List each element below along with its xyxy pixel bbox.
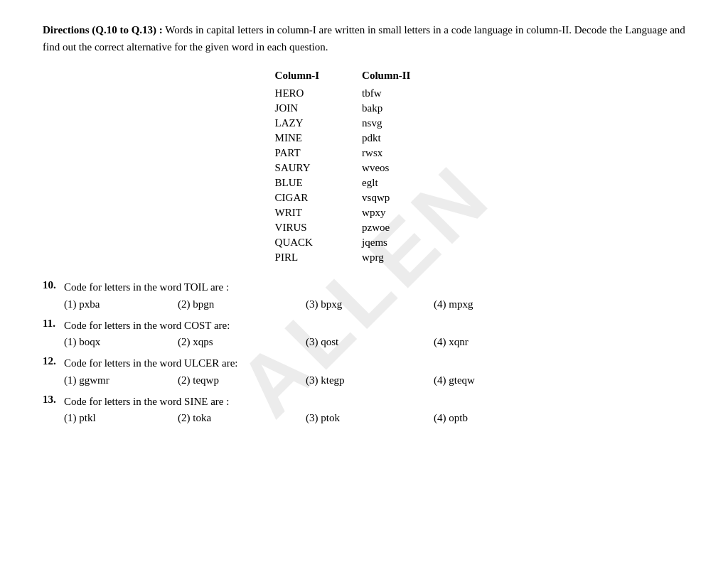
col2-cell: eglt [362,175,453,190]
col1-cell: JOIN [275,101,363,116]
question-block: 13.Code for letters in the word SINE are… [43,394,685,425]
columns-table: Column-I Column-II HEROtbfwJOINbakpLAZYn… [275,68,454,265]
table-row: PIRLwprg [275,250,454,265]
questions-section: 10.Code for letters in the word TOIL are… [43,279,685,424]
question-number: 11. [43,318,64,330]
option-item: (1) ptkl [64,412,178,424]
question-text: Code for letters in the word ULCER are: [64,355,238,372]
col1-cell: BLUE [275,175,363,190]
table-row: HEROtbfw [275,86,454,101]
col2-cell: pdkt [362,131,453,146]
table-row: BLUEeglt [275,175,454,190]
col2-cell: tbfw [362,86,453,101]
option-item: (3) ktegp [306,374,434,386]
col1-cell: QUACK [275,235,363,250]
question-row: 12.Code for letters in the word ULCER ar… [43,355,685,372]
option-item: (2) bpgn [178,298,306,310]
options-row: (1) boqx(2) xqps(3) qost(4) xqnr [64,336,685,348]
option-item: (3) qost [306,336,434,348]
question-text: Code for letters in the word COST are: [64,318,230,334]
options-row: (1) ggwmr(2) teqwp(3) ktegp(4) gteqw [64,374,685,386]
question-row: 11.Code for letters in the word COST are… [43,318,685,334]
question-number: 13. [43,394,64,406]
col2-cell: rwsx [362,146,453,161]
option-item: (3) bpxg [306,298,434,310]
col2-cell: bakp [362,101,453,116]
col1-cell: VIRUS [275,220,363,235]
columns-table-container: Column-I Column-II HEROtbfwJOINbakpLAZYn… [43,68,685,265]
col2-cell: wveos [362,161,453,175]
option-item: (4) gteqw [434,374,562,386]
table-row: SAURYwveos [275,161,454,175]
col2-cell: jqems [362,235,453,250]
question-number: 10. [43,279,64,291]
option-item: (1) ggwmr [64,374,178,386]
col1-cell: SAURY [275,161,363,175]
table-row: VIRUSpzwoe [275,220,454,235]
col1-cell: PIRL [275,250,363,265]
col2-cell: pzwoe [362,220,453,235]
table-row: PARTrwsx [275,146,454,161]
options-row: (1) pxba(2) bpgn(3) bpxg(4) mpxg [64,298,685,310]
option-item: (4) mpxg [434,298,562,310]
option-item: (3) ptok [306,412,434,424]
options-row: (1) ptkl(2) toka(3) ptok(4) optb [64,412,685,424]
option-item: (2) toka [178,412,306,424]
table-row: QUACKjqems [275,235,454,250]
option-item: (4) xqnr [434,336,562,348]
question-block: 12.Code for letters in the word ULCER ar… [43,355,685,386]
table-row: CIGARvsqwp [275,190,454,205]
col2-cell: wprg [362,250,453,265]
table-row: JOINbakp [275,101,454,116]
option-item: (1) pxba [64,298,178,310]
col1-cell: PART [275,146,363,161]
col2-cell: wpxy [362,205,453,220]
col1-cell: HERO [275,86,363,101]
col2-cell: nsvg [362,116,453,131]
option-item: (2) teqwp [178,374,306,386]
col1-cell: CIGAR [275,190,363,205]
directions-label: Directions (Q.10 to Q.13) : [43,24,163,36]
question-text: Code for letters in the word TOIL are : [64,279,229,296]
option-item: (1) boqx [64,336,178,348]
question-row: 13.Code for letters in the word SINE are… [43,394,685,410]
col1-cell: MINE [275,131,363,146]
question-number: 12. [43,355,64,367]
directions-text: Directions (Q.10 to Q.13) : Words in cap… [43,21,685,55]
col1-header: Column-I [275,68,363,86]
option-item: (4) optb [434,412,562,424]
table-row: WRITwpxy [275,205,454,220]
question-row: 10.Code for letters in the word TOIL are… [43,279,685,296]
question-block: 11.Code for letters in the word COST are… [43,318,685,349]
col2-header: Column-II [362,68,453,86]
question-block: 10.Code for letters in the word TOIL are… [43,279,685,310]
question-text: Code for letters in the word SINE are : [64,394,229,410]
col2-cell: vsqwp [362,190,453,205]
option-item: (2) xqps [178,336,306,348]
col1-cell: LAZY [275,116,363,131]
table-row: MINEpdkt [275,131,454,146]
table-row: LAZYnsvg [275,116,454,131]
col1-cell: WRIT [275,205,363,220]
